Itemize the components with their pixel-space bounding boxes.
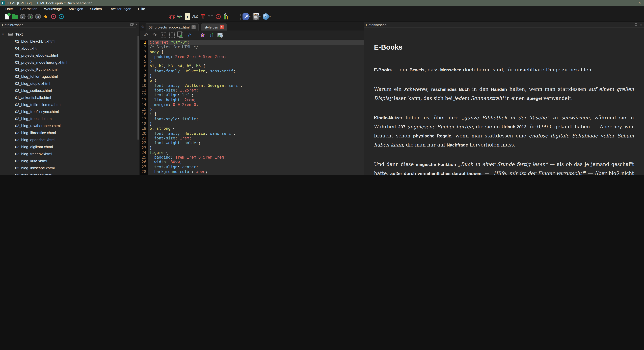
reports-button[interactable]	[222, 12, 230, 21]
file-item[interactable]: 02_blog_openshot.xhtml	[1, 136, 136, 143]
close-button[interactable]: ×	[635, 0, 644, 6]
code-line[interactable]: 6h1, h2, h3, h4, h5, h6 {	[140, 64, 364, 69]
close-panel-icon[interactable]: ×	[136, 23, 138, 26]
arrange-book-button[interactable]: ▾	[242, 12, 252, 21]
code-line[interactable]: 2/* Styles for HTML */	[140, 45, 364, 50]
code-line[interactable]: 13 line-height: 2rem;	[140, 97, 364, 102]
file-item[interactable]: 02_blog_blender.xhtml	[1, 172, 136, 175]
file-item[interactable]: 02_blog_triffin-dilemma.html	[1, 101, 136, 108]
file-item[interactable]: 01_ankunftshalle.html	[1, 94, 136, 101]
file-item[interactable]: 02_blog_scribus.xhtml	[1, 87, 136, 94]
file-item[interactable]: 02_blog_utopie.xhtml	[1, 80, 136, 87]
insert-image-button[interactable]	[217, 32, 224, 38]
code-editor[interactable]: 1@charset "utf-8";2/* Styles for HTML */…	[140, 40, 364, 175]
file-item[interactable]: 02_blog_inkscape.xhtml	[1, 165, 136, 172]
redo-button[interactable]: ↷	[151, 32, 158, 38]
file-item[interactable]: 03_projects_modellierung.xhtml	[1, 59, 136, 66]
code-line[interactable]: 3body {	[140, 49, 364, 54]
paste-button[interactable]: +	[169, 32, 176, 38]
bookmark-button[interactable]: ★	[42, 12, 50, 21]
menu-item[interactable]: Erweiterungen	[105, 6, 134, 11]
close-panel-icon[interactable]: ×	[640, 23, 642, 26]
menu-item[interactable]: Bearbeiten	[17, 6, 41, 11]
minimize-button[interactable]: –	[618, 0, 626, 6]
beautify-button[interactable]: ✿	[199, 32, 206, 38]
menu-item[interactable]: Suchen	[86, 6, 105, 11]
code-line[interactable]: 9p {	[140, 78, 364, 83]
code-line[interactable]: 18}	[140, 121, 364, 126]
section-text[interactable]: ∨ Text	[1, 30, 136, 38]
maximize-button[interactable]	[626, 0, 635, 6]
file-item[interactable]: 03_projects_ebooks.xhtml	[1, 52, 136, 59]
code-line[interactable]: 15}	[140, 107, 364, 112]
copy-button[interactable]	[178, 32, 184, 38]
float-panel-icon[interactable]	[130, 23, 133, 26]
code-line[interactable]: 17 font-style: italic;	[140, 117, 364, 121]
file-item[interactable]: 03_projects_Python.xhtml	[1, 66, 136, 73]
spellcheck-button[interactable]: ABC✓	[176, 12, 184, 21]
go-forward-button[interactable]: »	[34, 12, 42, 21]
file-item[interactable]: 02_blog_krita.xhtml	[1, 158, 136, 165]
code-line[interactable]: 16i {	[140, 112, 364, 117]
code-line[interactable]: 7 font-family: Helvetica, sans-serif;	[140, 69, 364, 74]
donate-button[interactable]: ♥	[50, 12, 57, 21]
remove-unused-files-button[interactable]: ×	[214, 12, 222, 21]
code-line[interactable]: 19b, strong {	[140, 126, 364, 131]
menu-item[interactable]: Datei	[2, 6, 17, 11]
file-item[interactable]: 02_blog_fehlerfrage.xhtml	[1, 73, 136, 80]
code-line[interactable]: 24figure {	[140, 150, 364, 155]
file-item[interactable]: 04_about.xhtml	[1, 45, 136, 52]
file-item[interactable]: 02_blog_digikam.xhtml	[1, 143, 136, 151]
undo-button[interactable]: ↶	[142, 32, 149, 38]
comment-button[interactable]: /*	[186, 32, 193, 38]
menu-item[interactable]: Anzeigen	[65, 6, 86, 11]
scrollbar[interactable]	[138, 36, 138, 140]
smarten-punctuation-button[interactable]: ””	[206, 12, 214, 21]
close-tab-icon[interactable]: ×	[220, 25, 224, 29]
go-back-button[interactable]: ‹	[26, 12, 34, 21]
chevron-down-icon[interactable]: ∨	[2, 33, 5, 36]
tab-03-projects-ebooks[interactable]: 03_projects_ebooks.xhtml ×	[146, 23, 198, 30]
code-line[interactable]: 28 background-color: #eee;	[140, 169, 364, 174]
code-line[interactable]: 1@charset "utf-8";	[140, 40, 364, 45]
code-line[interactable]: 25 padding: 1rem 1rem 0.5rem 1rem;	[140, 155, 364, 160]
code-line[interactable]: 10 font-family: Vollkorn, Georgia, serif…	[140, 83, 364, 88]
code-line[interactable]: 12 text-align: left;	[140, 93, 364, 98]
keyboard-icon	[8, 31, 13, 37]
code-line[interactable]: 23}	[140, 145, 364, 150]
file-item[interactable]: 02_blog_bleachBit.xhtml	[1, 38, 136, 45]
code-line[interactable]: 11 font-size: 1.25rem;	[140, 88, 364, 93]
code-line[interactable]: 4 padding: 2rem 2rem 0.5rem 2rem;	[140, 54, 364, 59]
css-plugin-button[interactable]: CSS ▾	[262, 12, 272, 21]
cut-button[interactable]: ✂	[160, 32, 167, 38]
tab-style-css[interactable]: style.css ×	[201, 23, 227, 30]
save-book-button[interactable]: ↓	[19, 12, 26, 21]
einstein-plugin-button[interactable]: E=MC² ▾	[252, 12, 262, 21]
check-book-button[interactable]	[168, 12, 176, 21]
fix-html-button[interactable]: T	[199, 12, 206, 21]
sort-css-button[interactable]: ↓AZ	[208, 32, 215, 38]
file-item[interactable]: 02_blog_freeenv.xhtml	[1, 151, 136, 158]
new-book-button[interactable]: +	[3, 12, 11, 21]
file-item[interactable]: 02_blog_rawtherapee.xhtml	[1, 122, 136, 129]
float-panel-icon[interactable]	[635, 23, 637, 26]
file-item[interactable]: 02_blog_freefilesync.xhtml	[1, 108, 136, 115]
file-item[interactable]: 02_blog_libreoffice.xhtml	[1, 129, 136, 136]
code-line[interactable]: 8}	[140, 73, 364, 78]
code-line[interactable]: 20 font-family: Helvetica, sans-serif;	[140, 131, 364, 136]
code-line[interactable]: 29 margin: 1rem 0 2rem 0;	[140, 174, 364, 175]
open-book-button[interactable]	[11, 12, 19, 21]
code-line[interactable]: 14 margin: 0 0 2rem 0;	[140, 102, 364, 107]
help-button[interactable]: ?	[57, 12, 65, 21]
code-line[interactable]: 21 font-size: 1rem;	[140, 136, 364, 141]
code-line[interactable]: 26 width: 80vw;	[140, 160, 364, 165]
code-line[interactable]: 27 text-align: center;	[140, 164, 364, 169]
close-tab-icon[interactable]: ×	[192, 25, 196, 29]
code-line[interactable]: 22 font-weight: bolder;	[140, 140, 364, 145]
insert-special-character-button[interactable]: T	[184, 12, 191, 21]
manage-fonts-button[interactable]: ÅŁČ	[191, 12, 199, 21]
file-item[interactable]: 02_blog_freecad.xhtml	[1, 115, 136, 122]
menu-item[interactable]: Hilfe	[135, 6, 148, 11]
code-line[interactable]: 5}	[140, 59, 364, 64]
menu-item[interactable]: Werkzeuge	[41, 6, 65, 11]
